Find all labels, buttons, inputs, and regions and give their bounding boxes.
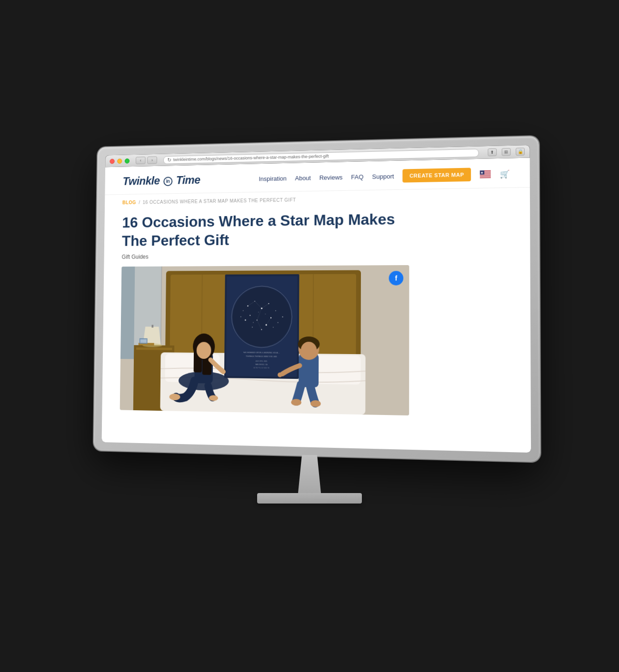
back-button[interactable]: ‹: [136, 157, 146, 164]
svg-text:TWINKLE TWINKLE HERE YOU ARE: TWINKLE TWINKLE HERE YOU ARE: [246, 356, 277, 358]
article-content: 16 Occasions Where a Star Map Makes The …: [102, 203, 531, 428]
lock-icon: 🔒: [516, 148, 525, 156]
svg-point-40: [278, 322, 279, 323]
svg-point-53: [253, 322, 253, 323]
site-logo[interactable]: Twinkle in Time: [122, 173, 200, 188]
svg-text:WE WISHED UPON A SHINING STAR.: WE WISHED UPON A SHINING STAR...: [243, 351, 280, 354]
hero-illustration: WE WISHED UPON A SHINING STAR... TWINKLE…: [120, 265, 409, 415]
svg-point-43: [250, 315, 250, 316]
nav-faq[interactable]: FAQ: [351, 173, 363, 180]
reload-icon[interactable]: ↻: [167, 157, 171, 163]
cart-icon[interactable]: 🛒: [500, 169, 510, 178]
svg-point-47: [261, 329, 262, 330]
nav-support[interactable]: Support: [372, 172, 394, 180]
close-button[interactable]: [110, 158, 114, 164]
svg-point-45: [245, 319, 246, 321]
minimize-button[interactable]: [117, 158, 122, 164]
hero-image: f: [120, 265, 409, 415]
monitor-wrapper: ‹ › ↻ twinkleintime.com/blogs/news/16-oc…: [71, 141, 548, 531]
breadcrumb-blog-link[interactable]: BLOG: [122, 200, 136, 205]
share-button[interactable]: ⬆: [488, 148, 497, 157]
nav-about[interactable]: About: [295, 174, 310, 181]
svg-text:JULY 4TH, 2021: JULY 4TH, 2021: [255, 360, 267, 362]
svg-point-50: [240, 316, 241, 317]
monitor-stand-neck: [290, 455, 329, 493]
logo-circle-in: in: [163, 177, 172, 186]
svg-point-41: [266, 324, 267, 326]
nav-buttons: ‹ ›: [136, 157, 157, 164]
site-nav: Inspiration About Reviews FAQ Support CR…: [259, 167, 509, 185]
url-text: twinkleintime.com/blogs/news/16-occasion…: [173, 154, 329, 162]
nav-reviews[interactable]: Reviews: [319, 174, 343, 181]
article-title: 16 Occasions Where a Star Map Makes The …: [122, 209, 409, 250]
svg-text:32.7157° N, 117.1611° W: 32.7157° N, 117.1611° W: [253, 367, 269, 369]
svg-rect-26: [140, 339, 147, 343]
svg-point-46: [252, 327, 253, 328]
svg-rect-20: [136, 347, 172, 350]
svg-point-51: [258, 312, 259, 312]
monitor-stand-base: [257, 493, 362, 504]
maximize-button[interactable]: [125, 158, 130, 163]
svg-text:★: ★: [480, 171, 483, 174]
svg-rect-22: [151, 325, 153, 328]
breadcrumb-current-page: 16 OCCASIONS WHERE A STAR MAP MAKES THE …: [143, 197, 296, 205]
svg-point-48: [273, 327, 273, 327]
article-category[interactable]: Gift Guides: [122, 251, 510, 260]
screen-bezel: ‹ › ↻ twinkleintime.com/blogs/news/16-oc…: [102, 145, 531, 453]
create-star-map-button[interactable]: CREATE STAR MAP: [403, 168, 471, 183]
forward-button[interactable]: ›: [147, 157, 157, 164]
facebook-share-button[interactable]: f: [389, 271, 404, 285]
browser-content: Twinkle in Time Inspiration About Review…: [102, 158, 531, 453]
svg-point-77: [301, 342, 317, 359]
svg-rect-11: [120, 267, 135, 359]
svg-point-44: [243, 310, 243, 311]
fullscreen-button[interactable]: ⊞: [502, 148, 511, 156]
nav-inspiration[interactable]: Inspiration: [259, 175, 286, 182]
svg-point-52: [265, 314, 266, 314]
flag-icon[interactable]: ★: [480, 170, 491, 178]
monitor-body: ‹ › ↻ twinkleintime.com/blogs/news/16-oc…: [94, 136, 540, 462]
svg-text:SAN DIEGO, CA: SAN DIEGO, CA: [255, 364, 268, 366]
svg-point-38: [275, 310, 276, 311]
breadcrumb-separator: /: [139, 200, 140, 205]
svg-point-49: [282, 316, 283, 317]
